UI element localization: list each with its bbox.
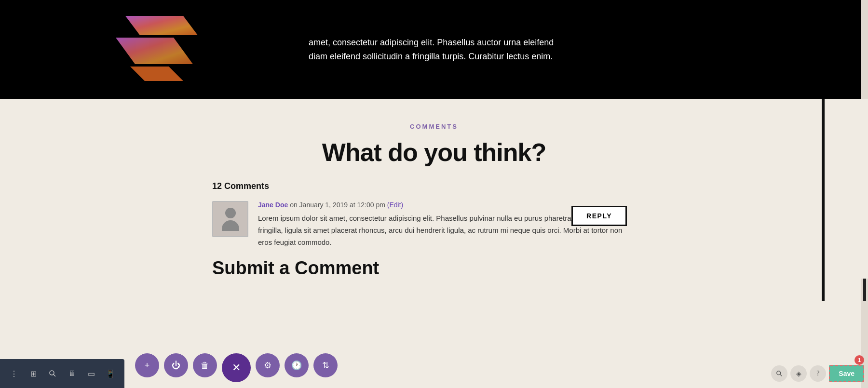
fab-arrows-button[interactable]: ⇅	[313, 353, 338, 377]
svg-line-1	[54, 375, 55, 376]
comments-heading: What do you think?	[212, 138, 656, 167]
svg-point-0	[50, 371, 54, 375]
right-layers-icon[interactable]: ◈	[790, 365, 807, 382]
vertical-line	[822, 99, 825, 301]
reply-button[interactable]: REPLY	[571, 206, 627, 226]
save-button[interactable]: Save	[829, 365, 864, 382]
toolbar-desktop-icon[interactable]: 🖥	[64, 365, 80, 382]
notification-badge: 1	[854, 355, 864, 365]
fab-time-button[interactable]: 🕐	[285, 353, 309, 377]
main-content: COMMENTS What do you think? 12 Comments …	[0, 99, 868, 279]
comments-section: COMMENTS What do you think? 12 Comments …	[203, 123, 665, 279]
svg-line-3	[780, 375, 782, 376]
toolbar-grid-icon[interactable]: ⊞	[25, 365, 41, 382]
toolbar-menu-icon[interactable]: ⋮	[6, 365, 22, 382]
comment-date: on January 1, 2019 at 12:00 pm	[290, 201, 387, 209]
right-controls: ◈ ? Save	[771, 365, 864, 382]
fab-add-button[interactable]: +	[135, 353, 159, 377]
bottom-toolbar: ⋮ ⊞ 🖥 ▭ 📱	[0, 359, 124, 388]
right-search-icon[interactable]	[771, 365, 787, 382]
avatar-head	[225, 208, 236, 218]
fab-delete-button[interactable]: 🗑	[193, 353, 217, 377]
comments-count: 12 Comments	[212, 181, 656, 191]
comment-author[interactable]: Jane Doe	[258, 201, 288, 209]
floating-actions: + ⏻ 🗑 ✕ ⚙ 🕐 ⇅	[135, 353, 338, 382]
comments-label: COMMENTS	[212, 123, 656, 130]
avatar	[212, 201, 248, 237]
avatar-shape	[222, 208, 239, 231]
right-help-icon[interactable]: ?	[810, 365, 826, 382]
svg-point-2	[777, 371, 781, 375]
avatar-body	[222, 220, 239, 231]
fab-close-button[interactable]: ✕	[222, 353, 251, 382]
comment-edit[interactable]: (Edit)	[387, 201, 403, 209]
fab-power-button[interactable]: ⏻	[164, 353, 188, 377]
hero-section: amet, consectetur adipiscing elit. Phase…	[0, 0, 868, 99]
toolbar-tablet-icon[interactable]: ▭	[83, 365, 99, 382]
fab-settings-button[interactable]: ⚙	[256, 353, 280, 377]
toolbar-search-icon[interactable]	[44, 365, 61, 382]
hero-text: amet, consectetur adipiscing elit. Phase…	[299, 36, 569, 64]
logo-area	[0, 0, 299, 99]
search-svg	[49, 370, 56, 377]
submit-comment-area: Submit a Comment	[212, 258, 656, 279]
logo-graphic	[87, 11, 212, 88]
submit-heading: Submit a Comment	[212, 258, 656, 279]
toolbar-mobile-icon[interactable]: 📱	[102, 365, 119, 382]
comment-item: Jane Doe on January 1, 2019 at 12:00 pm …	[212, 201, 656, 248]
